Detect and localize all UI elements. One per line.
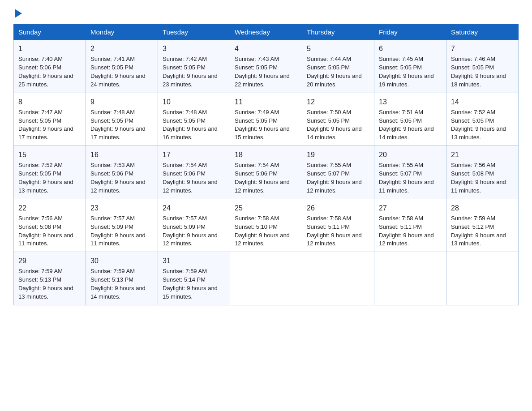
daylight-label: Daylight: 9 hours and 12 minutes. [163, 179, 218, 194]
sunset-label: Sunset: 5:05 PM [235, 117, 278, 124]
sunrise-label: Sunrise: 7:56 AM [451, 162, 495, 168]
daylight-label: Daylight: 9 hours and 12 minutes. [307, 232, 362, 247]
day-number: 7 [451, 43, 514, 54]
sunrise-label: Sunrise: 7:49 AM [235, 109, 279, 116]
sunrise-label: Sunrise: 7:55 AM [307, 162, 351, 168]
sunset-label: Sunset: 5:09 PM [163, 223, 206, 230]
calendar-cell: 26Sunrise: 7:58 AMSunset: 5:11 PMDayligh… [302, 199, 374, 252]
header-sunday: Sunday [14, 25, 86, 40]
day-number: 19 [307, 150, 369, 160]
calendar-cell: 19Sunrise: 7:55 AMSunset: 5:07 PMDayligh… [302, 146, 374, 199]
daylight-label: Daylight: 9 hours and 12 minutes. [235, 232, 290, 247]
day-number: 3 [163, 43, 225, 54]
calendar-week-row: 22Sunrise: 7:56 AMSunset: 5:08 PMDayligh… [14, 199, 519, 252]
calendar-cell: 21Sunrise: 7:56 AMSunset: 5:08 PMDayligh… [446, 146, 519, 199]
daylight-label: Daylight: 9 hours and 24 minutes. [90, 73, 146, 88]
calendar-cell: 18Sunrise: 7:54 AMSunset: 5:06 PMDayligh… [230, 146, 302, 199]
calendar-week-row: 29Sunrise: 7:59 AMSunset: 5:13 PMDayligh… [14, 252, 519, 305]
daylight-label: Daylight: 9 hours and 15 minutes. [163, 285, 218, 300]
day-number: 20 [379, 150, 442, 160]
calendar-table: SundayMondayTuesdayWednesdayThursdayFrid… [13, 24, 519, 305]
calendar-cell: 22Sunrise: 7:56 AMSunset: 5:08 PMDayligh… [14, 199, 86, 252]
calendar-cell: 12Sunrise: 7:50 AMSunset: 5:05 PMDayligh… [302, 93, 374, 146]
sunrise-label: Sunrise: 7:41 AM [90, 56, 135, 62]
day-number: 29 [18, 256, 81, 266]
sunset-label: Sunset: 5:07 PM [307, 170, 350, 177]
sunset-label: Sunset: 5:12 PM [451, 223, 494, 230]
sunset-label: Sunset: 5:05 PM [451, 64, 494, 71]
calendar-cell: 17Sunrise: 7:54 AMSunset: 5:06 PMDayligh… [158, 146, 230, 199]
calendar-cell [230, 252, 302, 305]
calendar-cell: 4Sunrise: 7:43 AMSunset: 5:05 PMDaylight… [230, 40, 302, 93]
calendar-cell: 6Sunrise: 7:45 AMSunset: 5:05 PMDaylight… [374, 40, 446, 93]
daylight-label: Daylight: 9 hours and 14 minutes. [307, 125, 362, 141]
calendar-cell [374, 252, 446, 305]
sunrise-label: Sunrise: 7:47 AM [18, 109, 63, 116]
sunset-label: Sunset: 5:05 PM [18, 170, 61, 177]
sunrise-label: Sunrise: 7:54 AM [163, 162, 207, 168]
sunset-label: Sunset: 5:07 PM [379, 170, 422, 177]
sunrise-label: Sunrise: 7:57 AM [90, 215, 135, 222]
daylight-label: Daylight: 9 hours and 25 minutes. [18, 73, 73, 88]
day-number: 21 [451, 150, 514, 160]
daylight-label: Daylight: 9 hours and 12 minutes. [235, 179, 290, 194]
daylight-label: Daylight: 9 hours and 12 minutes. [379, 232, 434, 247]
calendar-cell: 15Sunrise: 7:52 AMSunset: 5:05 PMDayligh… [14, 146, 86, 199]
calendar-cell: 16Sunrise: 7:53 AMSunset: 5:06 PMDayligh… [86, 146, 158, 199]
header-saturday: Saturday [446, 25, 519, 40]
day-number: 22 [18, 203, 81, 213]
daylight-label: Daylight: 9 hours and 18 minutes. [451, 73, 506, 88]
sunset-label: Sunset: 5:06 PM [163, 170, 206, 177]
daylight-label: Daylight: 9 hours and 12 minutes. [307, 179, 362, 194]
calendar-cell: 20Sunrise: 7:55 AMSunset: 5:07 PMDayligh… [374, 146, 446, 199]
calendar-cell: 30Sunrise: 7:59 AMSunset: 5:13 PMDayligh… [86, 252, 158, 305]
calendar-cell: 27Sunrise: 7:58 AMSunset: 5:11 PMDayligh… [374, 199, 446, 252]
daylight-label: Daylight: 9 hours and 22 minutes. [235, 73, 290, 88]
calendar-week-row: 1Sunrise: 7:40 AMSunset: 5:06 PMDaylight… [14, 40, 519, 93]
calendar-cell: 14Sunrise: 7:52 AMSunset: 5:05 PMDayligh… [446, 93, 519, 146]
sunrise-label: Sunrise: 7:58 AM [307, 215, 351, 222]
day-number: 23 [90, 203, 153, 213]
calendar-cell: 7Sunrise: 7:46 AMSunset: 5:05 PMDaylight… [446, 40, 519, 93]
calendar-cell: 10Sunrise: 7:48 AMSunset: 5:05 PMDayligh… [158, 93, 230, 146]
sunrise-label: Sunrise: 7:56 AM [18, 215, 63, 222]
sunset-label: Sunset: 5:11 PM [307, 223, 350, 230]
calendar-header-row: SundayMondayTuesdayWednesdayThursdayFrid… [14, 25, 519, 40]
calendar-cell: 1Sunrise: 7:40 AMSunset: 5:06 PMDaylight… [14, 40, 86, 93]
day-number: 11 [235, 97, 297, 107]
sunset-label: Sunset: 5:05 PM [307, 64, 350, 71]
day-number: 5 [307, 43, 369, 54]
header-monday: Monday [86, 25, 158, 40]
day-number: 8 [18, 97, 81, 107]
day-number: 26 [307, 203, 369, 213]
sunrise-label: Sunrise: 7:57 AM [163, 215, 207, 222]
sunset-label: Sunset: 5:05 PM [163, 117, 206, 124]
header-thursday: Thursday [302, 25, 374, 40]
calendar-cell: 2Sunrise: 7:41 AMSunset: 5:05 PMDaylight… [86, 40, 158, 93]
sunrise-label: Sunrise: 7:55 AM [379, 162, 423, 168]
sunrise-label: Sunrise: 7:54 AM [235, 162, 279, 168]
sunrise-label: Sunrise: 7:59 AM [451, 215, 495, 222]
day-number: 10 [163, 97, 225, 107]
sunrise-label: Sunrise: 7:59 AM [18, 268, 63, 274]
calendar-cell [302, 252, 374, 305]
calendar-week-row: 15Sunrise: 7:52 AMSunset: 5:05 PMDayligh… [14, 146, 519, 199]
logo [13, 9, 23, 16]
calendar-cell: 8Sunrise: 7:47 AMSunset: 5:05 PMDaylight… [14, 93, 86, 146]
calendar-cell: 23Sunrise: 7:57 AMSunset: 5:09 PMDayligh… [86, 199, 158, 252]
daylight-label: Daylight: 9 hours and 14 minutes. [379, 125, 434, 141]
day-number: 30 [90, 256, 153, 266]
daylight-label: Daylight: 9 hours and 14 minutes. [90, 285, 146, 300]
calendar-cell: 9Sunrise: 7:48 AMSunset: 5:05 PMDaylight… [86, 93, 158, 146]
sunrise-label: Sunrise: 7:45 AM [379, 56, 423, 62]
sunset-label: Sunset: 5:08 PM [451, 170, 494, 177]
daylight-label: Daylight: 9 hours and 13 minutes. [18, 179, 73, 194]
sunset-label: Sunset: 5:13 PM [90, 276, 133, 283]
daylight-label: Daylight: 9 hours and 16 minutes. [163, 125, 218, 141]
daylight-label: Daylight: 9 hours and 20 minutes. [307, 73, 362, 88]
sunrise-label: Sunrise: 7:43 AM [235, 56, 279, 62]
daylight-label: Daylight: 9 hours and 12 minutes. [90, 179, 146, 194]
sunset-label: Sunset: 5:06 PM [235, 170, 278, 177]
daylight-label: Daylight: 9 hours and 13 minutes. [451, 232, 506, 247]
sunrise-label: Sunrise: 7:52 AM [451, 109, 495, 116]
